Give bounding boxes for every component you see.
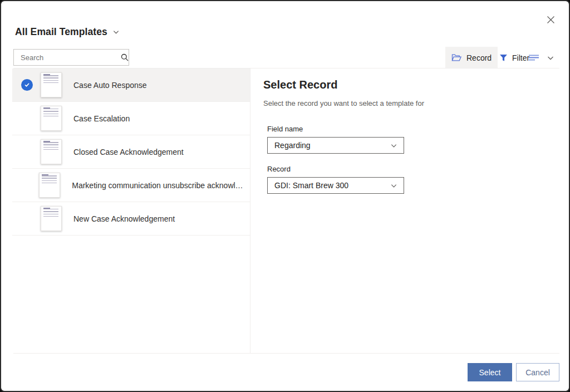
select-template-dialog: All Email Templates Record Filter [0, 0, 570, 392]
search-box [13, 49, 129, 66]
template-name: Closed Case Acknowledgement [73, 148, 189, 156]
selected-check-icon [21, 79, 33, 91]
record-label: Record [267, 165, 566, 173]
select-record-panel: Select Record Select the record you want… [263, 68, 566, 194]
template-name: Marketing communication unsubscribe ackn… [72, 181, 250, 190]
field-name-value: Regarding [268, 141, 390, 150]
record-value: GDI: Smart Brew 300 [268, 181, 390, 190]
template-list: Case Auto Response Case Escalation Close… [12, 68, 250, 236]
check-slot [21, 79, 41, 91]
search-input[interactable] [14, 53, 121, 62]
list-item[interactable]: Marketing communication unsubscribe ackn… [12, 169, 250, 202]
field-name-dropdown[interactable]: Regarding [267, 137, 404, 154]
open-folder-icon [451, 53, 462, 62]
panel-divider [250, 68, 250, 353]
tab-record-label: Record [466, 53, 492, 62]
search-icon[interactable] [121, 53, 134, 62]
list-item[interactable]: New Case Acknowledgement [12, 202, 250, 236]
template-thumbnail [39, 173, 60, 198]
template-thumbnail [41, 139, 62, 164]
page-title: All Email Templates [15, 26, 107, 38]
template-thumbnail [41, 72, 62, 97]
template-name: Case Escalation [73, 114, 135, 123]
chevron-down-icon [112, 28, 120, 36]
template-thumbnail [41, 206, 62, 231]
chevron-down-icon [390, 142, 404, 149]
list-item[interactable]: Closed Case Acknowledgement [12, 135, 250, 169]
select-button[interactable]: Select [468, 363, 512, 381]
panel-title: Select Record [263, 79, 566, 91]
toolbar-extra [528, 47, 554, 68]
chevron-down-icon[interactable] [547, 54, 554, 62]
list-item[interactable]: Case Escalation [12, 102, 250, 135]
panel-subtitle: Select the record you want to select a t… [263, 99, 566, 107]
close-icon[interactable] [544, 13, 557, 26]
cancel-button[interactable]: Cancel [516, 363, 559, 381]
footer-divider [13, 353, 559, 354]
view-selector[interactable]: All Email Templates [15, 26, 120, 38]
list-item[interactable]: Case Auto Response [12, 68, 250, 102]
filter-funnel-icon [499, 54, 508, 62]
template-name: Case Auto Response [73, 81, 153, 90]
record-dropdown[interactable]: GDI: Smart Brew 300 [267, 177, 404, 194]
tab-filter-label: Filter [512, 53, 529, 62]
tab-record[interactable]: Record [445, 47, 498, 68]
field-name-label: Field name [267, 125, 566, 133]
template-thumbnail [41, 106, 62, 131]
template-name: New Case Acknowledgement [73, 214, 180, 223]
chevron-down-icon [390, 182, 404, 189]
view-options-icon[interactable] [528, 54, 540, 61]
